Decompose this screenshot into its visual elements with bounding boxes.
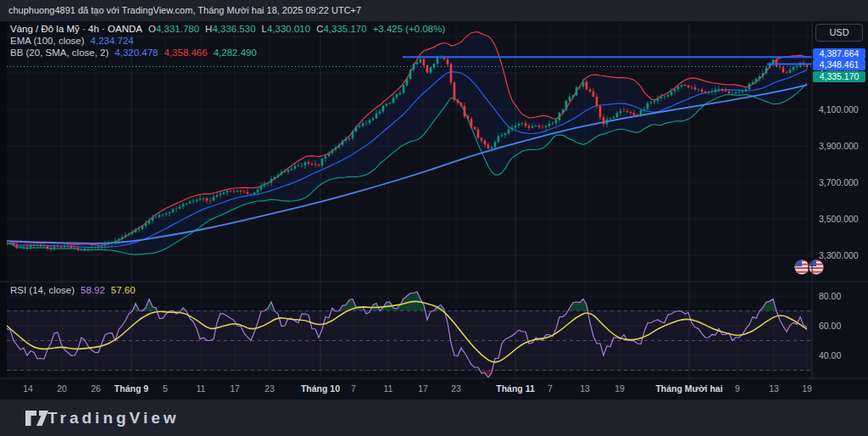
svg-text:3,500.000: 3,500.000 (819, 214, 859, 224)
open-value: 4,331.780 (156, 24, 199, 34)
attribution-bar: chuphuong4891 đã tạo với TradingView.com… (0, 0, 868, 21)
svg-text:17: 17 (230, 383, 240, 394)
open-label: O4,331.780 (148, 24, 199, 34)
rsi-label: RSI (14, close) (10, 285, 75, 295)
ema-label: EMA (100, close) (10, 36, 85, 46)
svg-text:19: 19 (802, 383, 812, 394)
symbol-legend-row[interactable]: Vàng / Đô la Mỹ · 4h · OANDA O4,331.780 … (10, 23, 445, 35)
rsi-value: 58.92 (81, 285, 105, 295)
chart-region[interactable]: 4,300.0004,100.0003,900.0003,700.0003,50… (0, 21, 868, 400)
price-badge-last: 4,335.170 (813, 71, 865, 82)
svg-text:5: 5 (163, 383, 168, 394)
ema-legend-row[interactable]: EMA (100, close) 4,234.724 (10, 35, 445, 47)
svg-text:26: 26 (91, 383, 101, 394)
currency-toggle-button[interactable]: USD (815, 24, 863, 42)
svg-text:19: 19 (615, 383, 625, 394)
time-axis-labels[interactable]: 142026Tháng 95111723Tháng 107111723Tháng… (23, 383, 812, 394)
price-badge-line-2: 4,348.461 (813, 59, 865, 70)
svg-text:13: 13 (580, 383, 590, 394)
svg-text:11: 11 (384, 383, 393, 394)
attribution-text: chuphuong4891 đã tạo với TradingView.com… (8, 5, 361, 15)
rsi-ma-value: 57.60 (111, 285, 136, 295)
svg-text:23: 23 (264, 383, 275, 394)
bb-upper-value: 4,358.466 (164, 48, 208, 58)
pane-left-margin (0, 21, 7, 378)
svg-text:13: 13 (769, 383, 779, 394)
high-label: H4,336.530 (205, 24, 255, 34)
high-value: 4,336.530 (212, 24, 255, 34)
ema-value: 4,234.724 (91, 36, 134, 46)
svg-text:Tháng Mười hai: Tháng Mười hai (655, 383, 722, 394)
symbol-title[interactable]: Vàng / Đô la Mỹ · 4h · OANDA (10, 24, 142, 34)
footer-bar: TradingView (0, 400, 868, 436)
svg-text:3,300.000: 3,300.000 (819, 250, 859, 260)
price-badge-line-1: 4,387.664 (813, 48, 865, 59)
svg-text:14: 14 (23, 383, 33, 394)
svg-text:Tháng 10: Tháng 10 (301, 383, 340, 394)
change-value: +3.425 (+0.08%) (373, 24, 446, 34)
low-value: 4,330.010 (267, 24, 310, 34)
low-label: L4,330.010 (262, 24, 311, 34)
tradingview-logo-text[interactable]: TradingView (47, 400, 180, 436)
tradingview-snapshot: chuphuong4891 đã tạo với TradingView.com… (0, 0, 868, 436)
price-axis-labels[interactable]: 4,300.0004,100.0003,900.0003,700.0003,50… (819, 68, 859, 361)
svg-text:23: 23 (451, 383, 461, 394)
rsi-pane (7, 292, 812, 377)
bb-label: BB (20, SMA, close, 2) (10, 48, 108, 58)
symbol-pair-flags-icon (794, 259, 825, 276)
svg-text:3,900.000: 3,900.000 (819, 141, 859, 151)
svg-text:40.00: 40.00 (819, 350, 841, 361)
close-value: 4,335.170 (323, 24, 366, 34)
svg-text:4,100.000: 4,100.000 (819, 104, 859, 115)
svg-text:3,700.000: 3,700.000 (819, 177, 859, 187)
bb-basis-value: 4,320.478 (114, 48, 158, 58)
close-label: C4,335.170 (316, 24, 366, 34)
svg-text:11: 11 (197, 383, 206, 394)
price-chart-canvas[interactable]: 4,300.0004,100.0003,900.0003,700.0003,50… (0, 21, 868, 400)
rsi-legend-row[interactable]: RSI (14, close) 58.92 57.60 (10, 284, 136, 296)
bb-legend-row[interactable]: BB (20, SMA, close, 2) 4,320.478 4,358.4… (10, 47, 445, 59)
svg-text:7: 7 (351, 383, 356, 394)
svg-text:60.00: 60.00 (819, 321, 841, 331)
svg-text:7: 7 (548, 383, 553, 394)
svg-text:17: 17 (418, 383, 428, 394)
svg-text:20: 20 (57, 383, 67, 394)
main-pane (6, 32, 812, 255)
svg-text:80.00: 80.00 (819, 291, 841, 301)
svg-text:Tháng 11: Tháng 11 (496, 383, 535, 394)
svg-text:Tháng 9: Tháng 9 (114, 383, 148, 394)
bb-lower-value: 4,282.490 (214, 48, 257, 58)
svg-text:9: 9 (735, 383, 740, 394)
main-legend: Vàng / Đô la Mỹ · 4h · OANDA O4,331.780 … (10, 23, 445, 59)
